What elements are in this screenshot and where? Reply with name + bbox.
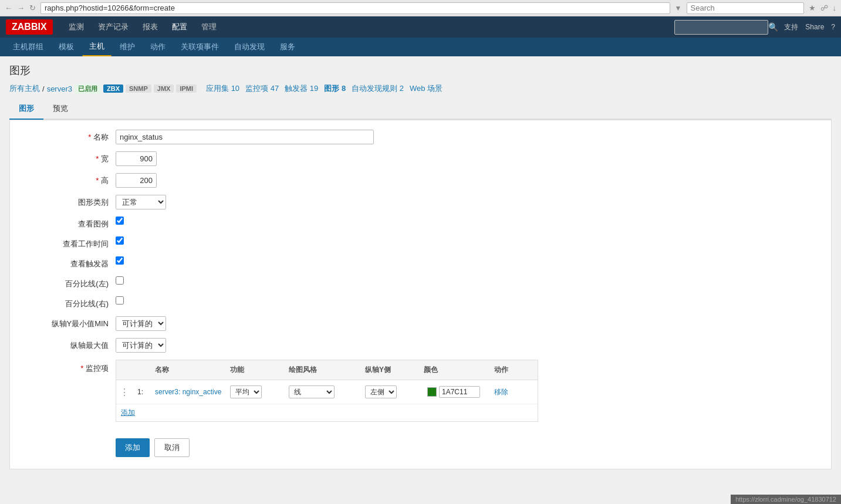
tab-triggers[interactable]: 触发器 19 [285,83,318,94]
search-icon[interactable]: 🔍 [768,22,778,32]
graph-type-field: 正常 叠加 饼图 分解饼图 [116,195,819,209]
subtab-graph[interactable]: 图形 [9,99,43,120]
nav-assets[interactable]: 资产记录 [91,17,136,37]
items-label: 监控项 [22,360,116,374]
header-action: 动作 [491,363,538,377]
show-triggers-label: 查看触发器 [22,256,116,269]
browser-search-input[interactable] [687,2,804,14]
name-label: 名称 [22,130,116,143]
sec-nav-templates[interactable]: 模板 [52,38,81,56]
nav-monitor[interactable]: 监测 [62,17,91,37]
percent-right-row: 百分比线(右) [10,296,831,309]
nav-reports[interactable]: 报表 [136,17,165,37]
show-triggers-row: 查看触发器 [10,256,831,269]
nav-config[interactable]: 配置 [165,17,194,37]
back-icon[interactable]: ← [5,4,12,12]
tab-web-scenarios[interactable]: Web 场景 [410,83,443,94]
ymax-select[interactable]: 可计算的 固定 条目 [116,338,166,353]
name-row: 名称 [10,130,831,144]
tab-apps[interactable]: 应用集 10 [206,83,239,94]
download-icon[interactable]: ↓ [833,4,837,12]
zabbix-logo: ZABBIX [6,19,53,35]
header-num [134,363,151,377]
percent-left-field [116,276,819,285]
form-container: 名称 宽 高 图形类别 正常 叠加 饼 [9,120,832,469]
items-table-wrapper: 名称 功能 绘图风格 纵轴Y侧 颜色 动作 ⋮ 1: server3: ngin… [116,360,538,422]
reload-icon[interactable]: ↻ [29,4,36,12]
add-item-button[interactable]: 添加 [121,408,135,418]
header-drag [116,363,134,377]
forward-icon[interactable]: → [17,4,25,12]
tab-graphs[interactable]: 图形 8 [324,83,346,94]
nav-admin[interactable]: 管理 [194,17,224,37]
row-draw-style: 线 填充区域 粗线 点 虚线 渐变线 [285,383,362,401]
bookmark-icon[interactable]: ★ [809,4,816,12]
ymin-field: 可计算的 固定 条目 [116,316,819,331]
yaxis-select[interactable]: 左侧 右侧 [365,385,397,398]
tab-discovery-rules[interactable]: 自动发现规则 2 [352,83,404,94]
url-bar[interactable] [40,2,670,14]
add-item-row: 添加 [116,404,538,421]
breadcrumb-all-hosts[interactable]: 所有主机 [9,83,40,94]
sec-nav: 主机群组 模板 主机 维护 动作 关联项事件 自动发现 服务 [0,38,841,56]
subtab-preview[interactable]: 预览 [43,99,77,120]
tab-items[interactable]: 监控项 47 [245,83,279,94]
color-swatch[interactable] [427,387,437,397]
show-triggers-field [116,256,819,265]
sec-nav-hostgroups[interactable]: 主机群组 [6,38,50,56]
items-table: 名称 功能 绘图风格 纵轴Y侧 颜色 动作 ⋮ 1: server3: ngin… [116,360,538,422]
name-field [116,130,819,144]
show-worktime-label: 查看工作时间 [22,236,116,249]
percent-right-label: 百分比线(右) [22,296,116,309]
percent-left-row: 百分比线(左) [10,276,831,289]
bookmark2-icon[interactable]: ☍ [820,4,828,12]
support-link[interactable]: 支持 [784,22,798,32]
remove-link[interactable]: 移除 [494,388,508,396]
ymax-field: 可计算的 固定 条目 [116,338,819,353]
sec-nav-services[interactable]: 服务 [273,38,302,56]
name-input[interactable] [116,130,374,144]
percent-right-checkbox[interactable] [116,296,124,305]
show-triggers-checkbox[interactable] [116,256,124,265]
draw-style-select[interactable]: 线 填充区域 粗线 点 虚线 渐变线 [289,385,335,398]
width-row: 宽 [10,151,831,166]
ymin-row: 纵轴Y最小值MIN 可计算的 固定 条目 [10,316,831,331]
sec-nav-corr[interactable]: 关联项事件 [174,38,226,56]
help-icon[interactable]: ? [831,23,835,31]
ymin-select[interactable]: 可计算的 固定 条目 [116,316,166,331]
dropdown-icon[interactable]: ▼ [675,4,682,12]
width-input[interactable] [116,151,157,166]
zbx-badge: ZBX [103,84,123,93]
top-nav-search[interactable] [674,20,768,35]
page-content: 图形 所有主机 / server3 已启用 ZBX SNMP JMX IPMI … [0,56,841,476]
graph-type-row: 图形类别 正常 叠加 饼图 分解饼图 [10,195,831,209]
cancel-button[interactable]: 取消 [154,438,190,457]
height-input[interactable] [116,173,157,188]
share-link[interactable]: Share [805,23,824,31]
drag-handle[interactable]: ⋮ [116,384,134,400]
color-input[interactable]: 1A7C11 [439,386,480,398]
show-legend-checkbox[interactable] [116,217,124,225]
snmp-badge: SNMP [126,84,151,93]
height-field [116,173,819,188]
ymin-label: 纵轴Y最小值MIN [22,316,116,329]
top-nav-right: 支持 Share ? [784,22,835,32]
items-row: 监控项 名称 功能 绘图风格 纵轴Y侧 颜色 动作 [10,360,831,422]
item-name-link[interactable]: server3: nginx_active [155,388,221,396]
row-function: 平均 最小 最大 总和 [227,383,285,401]
header-name: 名称 [151,363,227,377]
show-worktime-checkbox[interactable] [116,236,124,245]
breadcrumb-host[interactable]: server3 [47,84,72,93]
function-select[interactable]: 平均 最小 最大 总和 [230,385,262,398]
graph-type-label: 图形类别 [22,195,116,208]
sec-nav-actions[interactable]: 动作 [143,38,173,56]
add-button[interactable]: 添加 [116,438,150,457]
percent-right-field [116,296,819,305]
graph-type-select[interactable]: 正常 叠加 饼图 分解饼图 [116,195,166,209]
ymax-row: 纵轴最大值 可计算的 固定 条目 [10,338,831,353]
sec-nav-maintenance[interactable]: 维护 [113,38,142,56]
height-row: 高 [10,173,831,188]
sec-nav-discovery[interactable]: 自动发现 [227,38,272,56]
sec-nav-hosts[interactable]: 主机 [82,38,112,56]
percent-left-checkbox[interactable] [116,276,124,285]
